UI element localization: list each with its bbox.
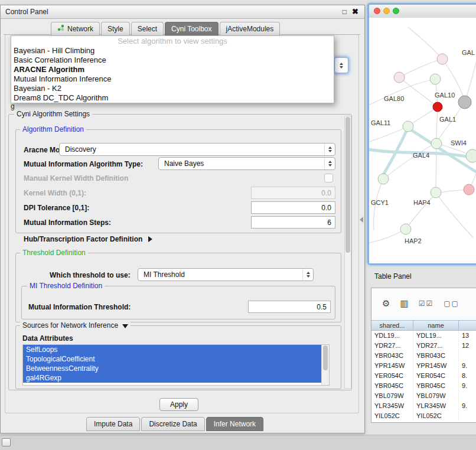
settings-scrollbar[interactable] bbox=[344, 116, 351, 389]
close-traffic-light[interactable] bbox=[374, 8, 380, 14]
mi-steps-value: 6 bbox=[327, 219, 331, 227]
table-column-header[interactable]: shared... bbox=[371, 320, 413, 331]
network-node[interactable] bbox=[433, 102, 442, 112]
network-node[interactable] bbox=[464, 184, 474, 195]
table-row[interactable]: YDR27...YDR27...12 bbox=[371, 341, 476, 351]
sources-title[interactable]: Sources for Network Inference bbox=[20, 321, 131, 330]
network-node[interactable] bbox=[403, 121, 413, 132]
table-row[interactable]: YPR145WYPR145W9. bbox=[371, 361, 476, 371]
apply-button[interactable]: Apply bbox=[159, 398, 198, 411]
aracne-mode-combo[interactable]: Discovery bbox=[59, 143, 335, 156]
mi-threshold-field[interactable]: 0.5 bbox=[248, 301, 331, 313]
mi-type-combo[interactable]: Naive Bayes bbox=[158, 157, 335, 170]
table-cell: 9. bbox=[459, 381, 476, 391]
manual-kernel-checkbox[interactable] bbox=[324, 174, 333, 182]
gear-icon[interactable]: ⚙ bbox=[382, 299, 390, 308]
network-node-label: GAL bbox=[462, 49, 475, 56]
attributes-scrollbar[interactable] bbox=[321, 345, 329, 385]
network-window-titlebar[interactable] bbox=[369, 5, 476, 18]
scrollbar-thumb[interactable] bbox=[323, 345, 328, 370]
scrollbar-thumb[interactable] bbox=[345, 117, 350, 253]
algorithm-option[interactable]: ARACNE Algorithm bbox=[11, 65, 334, 74]
algorithm-option[interactable]: Mutual Information Inference bbox=[11, 74, 334, 84]
table-cell: YER054C bbox=[371, 371, 413, 381]
network-view-window: GALGAL80GAL10GAL11GAL1SWI4GAL4GCY1HAP4HA… bbox=[367, 3, 476, 265]
network-node[interactable] bbox=[437, 54, 448, 64]
tab-impute-data[interactable]: Impute Data bbox=[86, 417, 140, 431]
threshold-definition-title: Threshold Definition bbox=[20, 249, 88, 257]
algorithm-option[interactable]: Bayesian - K2 bbox=[11, 84, 334, 93]
algorithm-option[interactable]: Basic Correlation Inference bbox=[11, 56, 334, 65]
network-edge bbox=[408, 27, 442, 59]
mi-type-label: Mutual Information Algorithm Type: bbox=[24, 160, 143, 168]
tab-network[interactable]: Network bbox=[51, 22, 100, 35]
network-node[interactable] bbox=[400, 224, 411, 234]
table-cell: YDR27... bbox=[413, 341, 459, 351]
dpi-tolerance-field[interactable]: 0.0 bbox=[251, 201, 335, 214]
table-column-header[interactable] bbox=[459, 320, 476, 331]
minimize-traffic-light[interactable] bbox=[383, 8, 390, 14]
data-attribute-item[interactable]: TopologicalCoefficient bbox=[23, 354, 323, 364]
table-row[interactable]: YLR345WYLR345W9. bbox=[371, 401, 476, 411]
table-cell: YLR345W bbox=[413, 401, 459, 411]
panel-splitter-handle[interactable] bbox=[360, 217, 363, 223]
which-threshold-combo[interactable]: MI Threshold bbox=[138, 268, 314, 281]
table-row[interactable]: YER054CYER054C8. bbox=[371, 371, 476, 381]
tab-discretize-data[interactable]: Discretize Data bbox=[141, 417, 204, 431]
table-cell: YBR045C bbox=[413, 381, 459, 391]
table-row[interactable]: YIL052CYIL052C bbox=[371, 411, 476, 421]
kernel-width-value: 0.0 bbox=[321, 189, 331, 197]
select-all-icon[interactable]: ☑☑ bbox=[419, 300, 434, 307]
table-row[interactable]: YBL079WYBL079W bbox=[371, 391, 476, 401]
network-node[interactable] bbox=[430, 74, 441, 84]
float-window-icon[interactable]: □ bbox=[343, 8, 347, 16]
table-cell: YIL052C bbox=[413, 411, 459, 421]
deselect-all-icon[interactable]: ▢▢ bbox=[444, 300, 459, 307]
tab-label: Cyni Toolbox bbox=[171, 25, 211, 33]
hub-definition-toggle[interactable]: Hub/Transcription Factor Definition bbox=[24, 235, 152, 243]
algorithm-option[interactable]: Bayesian - Hill Climbing bbox=[11, 46, 334, 56]
control-panel-titlebar[interactable]: Control Panel □ ✖ bbox=[1, 5, 364, 19]
table-body: YDL19...YDL19...13YDR27...YDR27...12YBR0… bbox=[371, 331, 476, 421]
network-node[interactable] bbox=[378, 174, 389, 184]
table-row[interactable]: YBR043CYBR043C bbox=[371, 351, 476, 361]
kernel-width-field: 0.0 bbox=[251, 187, 335, 199]
data-attribute-item[interactable]: SelfLoops bbox=[23, 345, 323, 354]
tab-cyni-toolbox[interactable]: Cyni Toolbox bbox=[165, 22, 218, 35]
algorithm-combo-stepper[interactable] bbox=[334, 57, 348, 73]
dpi-tolerance-value: 0.0 bbox=[321, 204, 331, 212]
network-node[interactable] bbox=[458, 96, 471, 109]
zoom-traffic-light[interactable] bbox=[393, 8, 399, 14]
network-edge bbox=[409, 129, 476, 174]
kernel-width-label: Kernel Width (0,1): bbox=[24, 189, 86, 197]
network-node[interactable] bbox=[394, 72, 405, 83]
data-attributes-listbox: SelfLoopsTopologicalCoefficientBetweenne… bbox=[22, 344, 330, 386]
tab-style[interactable]: Style bbox=[101, 22, 130, 35]
aracne-mode-value: Discovery bbox=[60, 145, 324, 154]
columns-icon[interactable]: ▥ bbox=[400, 299, 408, 308]
table-row[interactable]: YDL19...YDL19...13 bbox=[371, 331, 476, 341]
table-header: shared...name bbox=[371, 320, 476, 331]
table-cell: YBR043C bbox=[371, 351, 413, 361]
tab-infer-network[interactable]: Infer Network bbox=[206, 417, 263, 431]
table-panel-title: Table Panel bbox=[374, 272, 412, 281]
close-window-icon[interactable]: ✖ bbox=[352, 7, 358, 16]
tab-jactivemodules[interactable]: jActiveModules bbox=[220, 22, 281, 35]
data-attribute-item[interactable]: BetweennessCentrality bbox=[23, 364, 323, 373]
network-node[interactable] bbox=[431, 187, 441, 198]
data-attribute-item[interactable]: gal4RGexp bbox=[23, 373, 323, 383]
network-edge bbox=[436, 148, 436, 193]
obscured-label-fragment: g bbox=[11, 102, 15, 110]
network-node[interactable] bbox=[431, 138, 442, 149]
table-column-header[interactable]: name bbox=[413, 320, 459, 331]
bottom-dock-strip bbox=[0, 435, 476, 450]
algorithm-dropdown-popup: Select algorithm to view settings Bayesi… bbox=[11, 35, 334, 103]
algorithm-option[interactable]: Dream8 DC_TDC Algorithm bbox=[11, 93, 334, 103]
minimized-panel-icon[interactable] bbox=[2, 438, 11, 446]
network-canvas[interactable]: GALGAL80GAL10GAL11GAL1SWI4GAL4GCY1HAP4HA… bbox=[369, 18, 476, 263]
table-row[interactable]: YBR045CYBR045C9. bbox=[371, 381, 476, 391]
mi-steps-field[interactable]: 6 bbox=[251, 216, 335, 229]
network-node[interactable] bbox=[466, 149, 476, 162]
table-cell: 8. bbox=[459, 371, 476, 381]
tab-select[interactable]: Select bbox=[131, 22, 164, 35]
